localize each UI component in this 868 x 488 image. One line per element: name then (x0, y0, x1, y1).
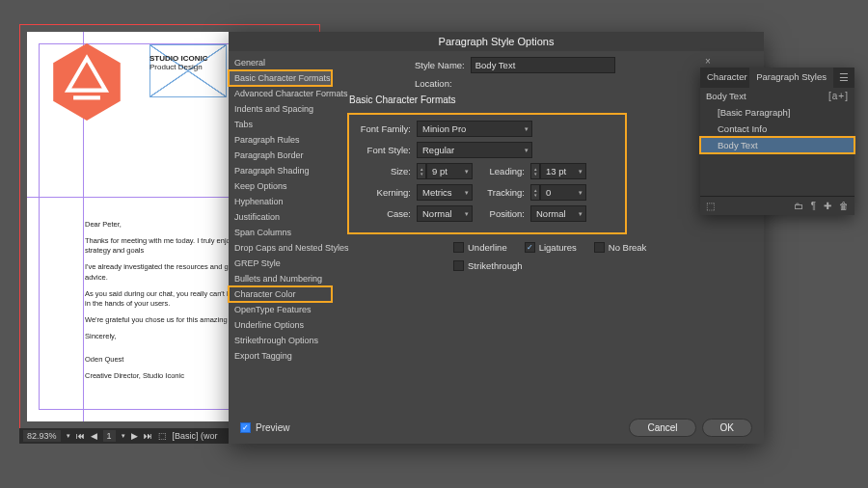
position-label: Position: (478, 208, 525, 219)
studio-header: STUDIO ICONIC Product Design (149, 54, 207, 71)
panel-close-icon[interactable]: × (700, 54, 716, 68)
cat-grep-style[interactable]: GREP Style (229, 256, 332, 271)
strikethrough-checkbox[interactable]: Strikethrough (453, 260, 523, 271)
tracking-label: Tracking: (478, 187, 525, 198)
panel-style-list: [Basic Paragraph] Contact Info Body Text (700, 104, 854, 153)
new-icon[interactable]: ✚ (824, 201, 831, 211)
cat-span-columns[interactable]: Span Columns (229, 225, 332, 240)
page-number[interactable]: 1 (103, 430, 116, 442)
size-label: Size: (351, 166, 411, 176)
trash-icon[interactable]: 🗑 (839, 201, 849, 211)
studio-logo-icon (53, 43, 121, 121)
cat-general[interactable]: General (229, 55, 332, 70)
studio-subtitle: Product Design (149, 63, 207, 71)
kerning-select[interactable]: Metrics▾ (417, 184, 473, 201)
cat-paragraph-shading[interactable]: Paragraph Shading (229, 163, 332, 178)
status-text: [Basic] (wor (173, 431, 218, 441)
size-field[interactable]: ▴▾9 pt▾ (417, 163, 473, 179)
paragraph-styles-panel: Character S Paragraph Styles ☰ Body Text… (700, 68, 854, 215)
cat-basic-character-formats[interactable]: Basic Character Formats (229, 70, 332, 86)
font-family-select[interactable]: Minion Pro▾ (417, 121, 532, 137)
studio-name: STUDIO ICONIC (149, 54, 207, 63)
page-next-icon[interactable]: ▶ (131, 431, 138, 441)
page-prev-icon[interactable]: ◀ (91, 431, 97, 441)
font-style-select[interactable]: Regular▾ (417, 142, 532, 158)
page-dropdown-icon[interactable]: ▾ (122, 432, 125, 440)
cat-drop-caps[interactable]: Drop Caps and Nested Styles (229, 240, 332, 256)
case-label: Case: (351, 208, 411, 219)
panel-current-style: Body Text [a+] (700, 88, 854, 104)
location-label: Location: (415, 78, 452, 89)
cat-opentype[interactable]: OpenType Features (229, 302, 332, 317)
cat-bullets-numbering[interactable]: Bullets and Numbering (229, 271, 332, 286)
dialog-title: Paragraph Style Options (229, 32, 764, 51)
tab-paragraph-styles[interactable]: Paragraph Styles (749, 68, 833, 88)
panel-menu-icon[interactable]: ☰ (833, 68, 854, 88)
zoom-level[interactable]: 82.93% (23, 430, 61, 442)
ligatures-checkbox[interactable]: ✓Ligatures (525, 242, 577, 253)
cat-indents-spacing[interactable]: Indents and Spacing (229, 101, 332, 117)
no-break-checkbox[interactable]: No Break (594, 242, 647, 253)
cat-paragraph-rules[interactable]: Paragraph Rules (229, 132, 332, 148)
case-select[interactable]: Normal▾ (417, 205, 473, 222)
tracking-field[interactable]: ▴▾0▾ (530, 184, 586, 201)
page-first-icon[interactable]: ⏮ (76, 431, 85, 441)
leading-label: Leading: (478, 166, 525, 176)
paragraph-style-options-dialog: Paragraph Style Options General Basic Ch… (229, 32, 764, 444)
font-family-label: Font Family: (351, 123, 411, 134)
font-style-label: Font Style: (351, 145, 411, 155)
style-body-text[interactable]: Body Text (700, 137, 854, 153)
style-contact-info[interactable]: Contact Info (700, 121, 854, 137)
preview-checkbox[interactable]: ✓ Preview (240, 422, 290, 433)
cat-advanced-character-formats[interactable]: Advanced Character Formats (229, 86, 332, 101)
section-header: Basic Character Formats (349, 95, 752, 105)
cat-justification[interactable]: Justification (229, 209, 332, 225)
style-name-label: Style Name: (415, 60, 465, 70)
dialog-right-pane: Style Name: Location: Basic Character Fo… (332, 51, 764, 418)
cat-underline-options[interactable]: Underline Options (229, 317, 332, 333)
groups-icon[interactable]: ⬚ (706, 201, 715, 211)
panel-footer: ⬚ 🗀 ¶ ✚ 🗑 (700, 196, 854, 215)
svg-rect-2 (73, 95, 100, 99)
open-icon[interactable]: ⬚ (158, 431, 167, 441)
zoom-dropdown-icon[interactable]: ▾ (67, 432, 70, 440)
tab-character-styles[interactable]: Character S (700, 68, 749, 88)
character-formats-group: Font Family: Minion Pro▾ Font Style: Reg… (347, 113, 627, 234)
cat-character-color[interactable]: Character Color (229, 286, 332, 302)
cat-tabs[interactable]: Tabs (229, 117, 332, 132)
underline-checkbox[interactable]: Underline (453, 242, 507, 253)
clear-overrides-icon[interactable]: ¶ (811, 201, 816, 211)
leading-field[interactable]: ▴▾13 pt▾ (530, 163, 586, 179)
chevron-down-icon: ▾ (525, 147, 529, 154)
cat-keep-options[interactable]: Keep Options (229, 178, 332, 194)
cat-hyphenation[interactable]: Hyphenation (229, 194, 332, 209)
cancel-button[interactable]: Cancel (629, 419, 695, 437)
style-basic-paragraph[interactable]: [Basic Paragraph] (700, 104, 854, 121)
category-list: General Basic Character Formats Advanced… (229, 51, 332, 418)
kerning-label: Kerning: (351, 187, 411, 198)
cat-export-tagging[interactable]: Export Tagging (229, 348, 332, 364)
chevron-down-icon: ▾ (525, 125, 529, 133)
style-name-input[interactable] (471, 57, 615, 73)
dialog-footer: ✓ Preview Cancel OK (229, 411, 764, 444)
cat-strikethrough-options[interactable]: Strikethrough Options (229, 333, 332, 348)
page-last-icon[interactable]: ⏭ (144, 431, 152, 441)
cat-paragraph-border[interactable]: Paragraph Border (229, 148, 332, 163)
panel-tabs: Character S Paragraph Styles ☰ (700, 68, 854, 88)
ok-button[interactable]: OK (702, 419, 752, 437)
folder-icon[interactable]: 🗀 (794, 201, 803, 211)
position-select[interactable]: Normal▾ (530, 205, 586, 222)
new-style-icon[interactable]: [a+] (828, 91, 849, 101)
